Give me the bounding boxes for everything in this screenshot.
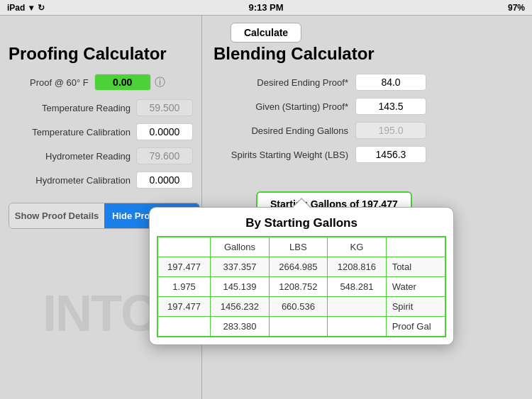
cell-label-spirit: Spirit bbox=[386, 297, 445, 317]
cell-kg-total: 2664.985 bbox=[269, 257, 327, 277]
spirits-starting-weight-row: Spirits Starting Weight (LBS) bbox=[214, 146, 521, 163]
table-row: 1.975 145.139 1208.752 548.281 Water bbox=[157, 277, 445, 297]
given-starting-proof-label: Given (Starting) Proof* bbox=[214, 101, 355, 112]
cell-lbs-proofgal: 283.380 bbox=[211, 317, 269, 337]
cell-lbs-total: 337.357 bbox=[211, 257, 269, 277]
spirits-starting-weight-input[interactable] bbox=[355, 146, 426, 163]
cell-kg2-spirit bbox=[328, 297, 386, 317]
desired-ending-proof-label: Desired Ending Proof* bbox=[214, 77, 355, 88]
cell-label-proofgal: Proof Gal bbox=[386, 317, 445, 337]
table-header-row: Gallons LBS KG bbox=[157, 237, 445, 257]
desired-ending-proof-row: Desired Ending Proof* bbox=[214, 74, 521, 91]
hydro-calibration-row: Hydrometer Calibration bbox=[9, 172, 193, 189]
hydro-calibration-label: Hydrometer Calibration bbox=[9, 175, 136, 186]
col-header-kg: KG bbox=[328, 237, 386, 257]
temp-reading-input[interactable] bbox=[136, 99, 193, 116]
cell-kg2-water: 548.281 bbox=[328, 277, 386, 297]
proof-60f-label: Proof @ 60° F bbox=[30, 77, 89, 88]
cell-gallons-proofgal bbox=[157, 317, 211, 337]
col-header-lbs: LBS bbox=[269, 237, 327, 257]
cell-kg-proofgal bbox=[269, 317, 327, 337]
temp-calibration-input[interactable] bbox=[136, 123, 193, 140]
desired-ending-proof-input[interactable] bbox=[355, 74, 426, 91]
given-starting-proof-row: Given (Starting) Proof* bbox=[214, 98, 521, 115]
cell-kg-spirit: 660.536 bbox=[269, 297, 327, 317]
blending-title: Blending Calculator bbox=[214, 44, 521, 64]
status-left: iPad ▾ ↻ bbox=[7, 3, 45, 13]
temp-calibration-row: Temperature Calibration bbox=[9, 123, 193, 140]
hydro-reading-input[interactable] bbox=[136, 147, 193, 164]
table-row: 283.380 Proof Gal bbox=[157, 317, 445, 337]
status-time: 9:13 PM bbox=[248, 2, 283, 13]
calculate-button[interactable]: Calculate bbox=[231, 23, 301, 43]
cell-label-water: Water bbox=[386, 277, 445, 297]
cell-lbs-spirit: 1456.232 bbox=[211, 297, 269, 317]
popup-table: Gallons LBS KG 197.477 337.357 2664.985 … bbox=[157, 236, 446, 337]
popup-arrow-inner bbox=[292, 199, 311, 208]
popup-title: By Starting Gallons bbox=[150, 208, 453, 236]
cell-label-total: Total bbox=[386, 257, 445, 277]
table-row: 197.477 1456.232 660.536 Spirit bbox=[157, 297, 445, 317]
cell-gallons-water: 1.975 bbox=[157, 277, 211, 297]
hydro-reading-label: Hydrometer Reading bbox=[9, 151, 136, 162]
temp-reading-label: Temperature Reading bbox=[9, 103, 136, 113]
proofing-title: Proofing Calculator bbox=[9, 44, 193, 64]
info-icon[interactable]: ⓘ bbox=[155, 76, 165, 89]
calculate-button-wrap: Calculate bbox=[231, 23, 301, 43]
cell-kg2-proofgal bbox=[328, 317, 386, 337]
cell-kg-water: 1208.752 bbox=[269, 277, 327, 297]
cell-kg2-total: 1208.816 bbox=[328, 257, 386, 277]
temp-reading-row: Temperature Reading bbox=[9, 99, 193, 116]
battery-indicator: 97% bbox=[508, 3, 525, 13]
col-header-gallons: Gallons bbox=[211, 237, 269, 257]
table-row: 197.477 337.357 2664.985 1208.816 Total bbox=[157, 257, 445, 277]
desired-ending-gallons-input[interactable] bbox=[355, 122, 426, 139]
spirits-starting-weight-label: Spirits Starting Weight (LBS) bbox=[214, 150, 355, 160]
col-header-empty bbox=[157, 237, 211, 257]
hydro-reading-row: Hydrometer Reading bbox=[9, 147, 193, 164]
desired-ending-gallons-label: Desired Ending Gallons bbox=[214, 125, 355, 136]
desired-ending-gallons-row: Desired Ending Gallons bbox=[214, 122, 521, 139]
wifi-icon: ▾ bbox=[29, 3, 33, 13]
cell-gallons-spirit: 197.477 bbox=[157, 297, 211, 317]
main-area: Calculate INTC Proofing Calculator Proof… bbox=[0, 16, 532, 399]
show-proof-details-button[interactable]: Show Proof Details bbox=[9, 203, 104, 228]
cell-gallons-total: 197.477 bbox=[157, 257, 211, 277]
starting-gallons-popup: By Starting Gallons Gallons LBS KG 197.4… bbox=[149, 207, 454, 345]
ipad-label: iPad bbox=[7, 3, 25, 13]
hydro-calibration-input[interactable] bbox=[136, 172, 193, 189]
given-starting-proof-input[interactable] bbox=[355, 98, 426, 115]
proof-60f-row: Proof @ 60° F ⓘ bbox=[30, 74, 193, 91]
temp-calibration-label: Temperature Calibration bbox=[9, 127, 136, 137]
refresh-icon: ↻ bbox=[38, 3, 45, 13]
cell-lbs-water: 145.139 bbox=[211, 277, 269, 297]
proof-60f-input[interactable] bbox=[94, 74, 151, 91]
col-header-label bbox=[386, 237, 445, 257]
status-bar: iPad ▾ ↻ 9:13 PM 97% bbox=[0, 0, 532, 16]
